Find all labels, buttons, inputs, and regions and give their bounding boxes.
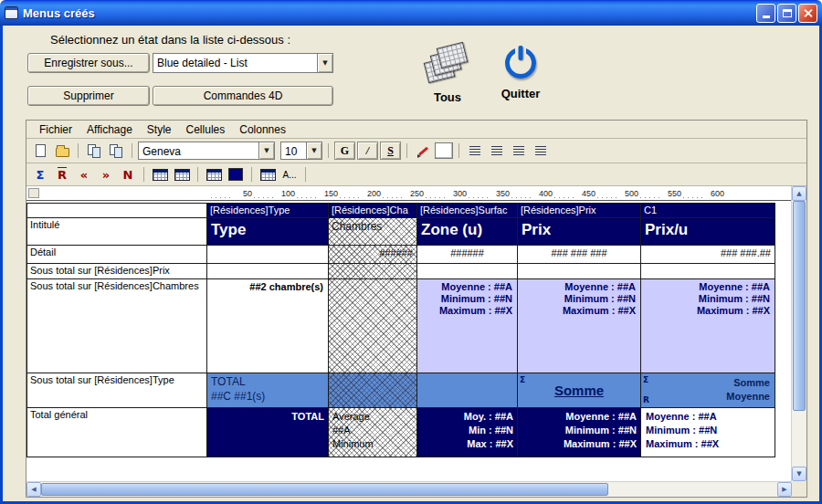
- menu-cellules[interactable]: Cellules: [179, 121, 233, 138]
- tous-button[interactable]: Tous: [412, 44, 483, 104]
- cell-stchambres-prix[interactable]: Moyenne : ##A Minimum : ##N Maximum : ##…: [518, 279, 641, 373]
- separator: [143, 167, 144, 182]
- number-format-button[interactable]: N: [118, 165, 138, 184]
- cell-total-zone[interactable]: Moy. : ##A Min : ##N Max : ##X: [417, 408, 518, 457]
- row-label-subtotal-type[interactable]: Sous total sur [Résidences]Type: [27, 373, 207, 408]
- reports-stack-icon: [425, 44, 470, 86]
- font-size-arrow-button[interactable]: ▼: [306, 142, 321, 159]
- alt-grid-button[interactable]: [258, 165, 278, 184]
- align-left-button[interactable]: [465, 142, 485, 160]
- cell-detail-type[interactable]: [207, 246, 329, 264]
- commands-4d-button[interactable]: Commandes 4D: [153, 86, 333, 106]
- scroll-down-button[interactable]: ▼: [792, 467, 806, 481]
- font-select-arrow-button[interactable]: ▼: [258, 142, 274, 159]
- repeated-values-button[interactable]: R: [52, 165, 72, 184]
- underline-button[interactable]: S: [380, 142, 401, 160]
- italic-button[interactable]: /: [357, 142, 378, 160]
- font-select[interactable]: Geneva ▼: [138, 142, 275, 160]
- prev-break-button[interactable]: «: [74, 165, 94, 184]
- row-label-subtotal-prix[interactable]: Sous total sur [Résidences]Prix: [27, 264, 207, 279]
- cell-detail-prixu[interactable]: ### ###.##: [641, 246, 775, 264]
- horizontal-scroll-track[interactable]: [41, 482, 777, 497]
- maximize-button[interactable]: [777, 4, 796, 23]
- column-header-chambres[interactable]: [Résidences]Cha: [329, 204, 417, 218]
- cell-total-prix[interactable]: Moyenne : ##A Minimum : ##N Maximum : ##…: [518, 408, 641, 457]
- total-line: Average: [332, 410, 413, 424]
- cell-stprix-chambres[interactable]: [329, 264, 417, 279]
- cell-title-chambres[interactable]: Chambres: [329, 218, 417, 246]
- cell-sttype-prix[interactable]: Σ Somme: [518, 373, 641, 408]
- cell-detail-zone[interactable]: ######: [417, 246, 518, 264]
- cell-sttype-chambres[interactable]: [329, 373, 417, 408]
- menu-style[interactable]: Style: [140, 121, 179, 138]
- tous-label: Tous: [434, 90, 461, 104]
- cell-stchambres-chambres[interactable]: [329, 279, 417, 373]
- cell-stprix-type[interactable]: [207, 264, 329, 279]
- report-select-arrow-button[interactable]: ▼: [317, 54, 332, 72]
- cell-detail-chambres[interactable]: ######: [329, 246, 417, 264]
- color-swatch[interactable]: [435, 142, 453, 159]
- cell-sttype-type[interactable]: TOTAL ##C ##1(s): [207, 373, 329, 408]
- cell-sttype-zone[interactable]: [417, 373, 518, 408]
- menu-colonnes[interactable]: Colonnes: [232, 121, 293, 138]
- cell-total-prixu[interactable]: Moyenne : ##A Minimum : ##N Maximum : ##…: [641, 408, 775, 457]
- new-document-button[interactable]: [30, 142, 50, 160]
- fill-color-button[interactable]: [226, 165, 246, 184]
- scroll-right-button[interactable]: ▶: [777, 482, 792, 497]
- bold-button[interactable]: G: [334, 142, 355, 160]
- column-header-prix[interactable]: [Résidences]Prix: [518, 204, 641, 218]
- cell-total-type[interactable]: TOTAL: [207, 408, 329, 457]
- menu-affichage[interactable]: Affichage: [79, 121, 140, 138]
- print-button[interactable]: [106, 142, 126, 160]
- align-right-button[interactable]: [509, 142, 529, 160]
- align-right-icon: [513, 146, 524, 155]
- cell-stprix-prixu[interactable]: [641, 264, 775, 279]
- cell-stchambres-type[interactable]: ##2 chambre(s): [207, 279, 329, 373]
- cell-sttype-prixu[interactable]: Σ R Somme Moyenne: [641, 373, 775, 408]
- vertical-scroll-track[interactable]: [792, 201, 806, 467]
- vertical-scroll-thumb[interactable]: [793, 201, 806, 411]
- grid-plain-button[interactable]: [172, 165, 192, 184]
- sum-button[interactable]: Σ: [30, 165, 50, 184]
- cell-stprix-prix[interactable]: [518, 264, 641, 279]
- menu-fichier[interactable]: Fichier: [32, 121, 79, 138]
- grid-borders-button[interactable]: [150, 165, 170, 184]
- row-label-intitule[interactable]: Intitulé: [27, 218, 207, 246]
- scroll-up-button[interactable]: ▲: [792, 186, 806, 201]
- row-label-subtotal-chambres[interactable]: Sous total sur [Résidences]Chambres: [27, 279, 207, 373]
- horizontal-scroll-thumb[interactable]: [41, 483, 608, 496]
- column-header-c1[interactable]: C1: [641, 204, 775, 218]
- cell-stprix-zone[interactable]: [417, 264, 518, 279]
- quitter-button[interactable]: Quitter: [485, 44, 556, 100]
- cell-stchambres-zone[interactable]: Moyenne : ##A Minimum : ##N Maximum : ##…: [417, 279, 518, 373]
- cell-title-type[interactable]: Type: [207, 218, 329, 246]
- column-header-surface[interactable]: [Résidences]Surfac: [417, 204, 518, 218]
- cell-title-zone[interactable]: Zone (u): [417, 218, 518, 246]
- minimize-button[interactable]: [756, 4, 775, 23]
- cell-title-prix[interactable]: Prix: [518, 218, 641, 246]
- cell-title-prixu[interactable]: Prix/u: [641, 218, 775, 246]
- horizontal-scrollbar[interactable]: ◀ ▶: [26, 481, 792, 497]
- cell-grid-button[interactable]: [204, 165, 224, 184]
- cell-stchambres-prixu[interactable]: Moyenne : ##A Minimum : ##N Maximum : ##…: [641, 279, 775, 373]
- row-label-total-general[interactable]: Total général: [27, 408, 207, 457]
- cell-total-chambres[interactable]: Average ##A Minimum: [329, 408, 417, 457]
- align-justify-button[interactable]: [531, 142, 551, 160]
- close-button[interactable]: [798, 4, 817, 23]
- save-as-button[interactable]: Enregistrer sous...: [27, 53, 150, 73]
- scroll-left-button[interactable]: ◀: [26, 482, 41, 497]
- column-header-type[interactable]: [Résidences]Type: [207, 204, 329, 218]
- vertical-scrollbar[interactable]: ▲ ▼: [791, 186, 806, 481]
- auto-format-button[interactable]: A...: [279, 165, 300, 184]
- report-select[interactable]: Blue detailed - List ▼: [153, 53, 333, 73]
- next-break-button[interactable]: »: [96, 165, 116, 184]
- delete-button[interactable]: Supprimer: [27, 86, 150, 106]
- align-center-button[interactable]: [487, 142, 507, 160]
- row-label-detail[interactable]: Détail: [27, 246, 207, 264]
- separator: [328, 143, 329, 158]
- open-button[interactable]: [52, 142, 72, 160]
- cell-detail-prix[interactable]: ### ### ###: [518, 246, 641, 264]
- font-size-select[interactable]: 10 ▼: [280, 142, 322, 160]
- text-color-button[interactable]: [413, 142, 433, 160]
- print-preview-button[interactable]: [84, 142, 104, 160]
